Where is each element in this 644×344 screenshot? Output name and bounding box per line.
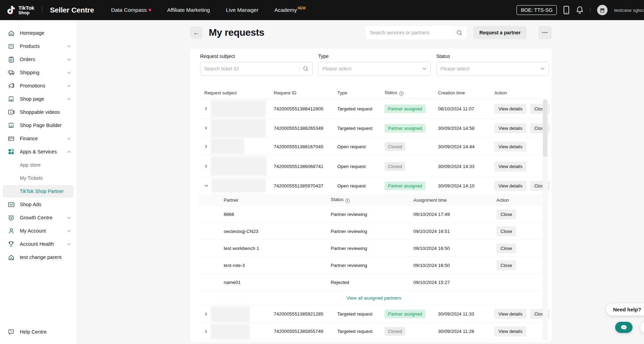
creation-time: 30/09/2024 14:58 <box>438 126 494 131</box>
assignment-time: 09/10/2024 16:50 <box>413 246 496 251</box>
request-type: Targeted request <box>337 329 385 334</box>
request-id: 7420005551386265349 <box>274 126 337 131</box>
creation-time: 30/09/2024 14:44 <box>438 144 494 149</box>
sidebar-item-my-account[interactable]: My Account <box>0 224 76 237</box>
nav-academy[interactable]: AcademyNEW <box>266 7 314 13</box>
expand-chevron-icon[interactable] <box>204 107 208 111</box>
table-row: 7420005551386412805 Targeted request Par… <box>199 99 549 119</box>
account-name[interactable]: testcase sgloca <box>614 8 644 13</box>
sidebar-item-account-health[interactable]: Account Health <box>0 237 76 251</box>
seller-centre-title[interactable]: Seller Centre <box>50 6 94 14</box>
expand-chevron-icon[interactable] <box>204 126 208 130</box>
view-details-button[interactable]: View details <box>494 326 527 336</box>
type-select[interactable]: Please select <box>318 62 431 76</box>
ticket-id-input[interactable] <box>204 66 299 72</box>
filter-request-subject: Request subject <box>200 53 313 76</box>
environment-badge[interactable]: BOE: TTS-SG <box>517 5 557 15</box>
close-button[interactable]: Close <box>496 226 516 236</box>
account-avatar[interactable] <box>597 5 608 15</box>
view-details-button[interactable]: View details <box>494 142 527 152</box>
redacted-subject <box>211 307 250 322</box>
table-scrollbar[interactable] <box>543 99 548 340</box>
view-all-assigned-partners-link[interactable]: View all assigned partners <box>347 295 401 301</box>
assigned-partners-subtable: Partner Status? Assignment time Action 6… <box>199 194 549 305</box>
status-help-icon[interactable]: ? <box>399 91 404 96</box>
status-badge: Closed <box>385 327 405 336</box>
storefront-icon <box>8 122 15 129</box>
expand-chevron-icon[interactable] <box>204 144 208 149</box>
notifications-bell-icon[interactable] <box>576 6 584 14</box>
status-help-icon[interactable]: ? <box>345 199 350 203</box>
requests-card: Request subject Type Please select S <box>190 49 552 342</box>
sidebar-subitem-app-store[interactable]: App store <box>0 158 76 171</box>
sidebar-subitem-tiktok-shop-partner[interactable]: TikTok Shop Partner <box>3 185 74 198</box>
services-search-input[interactable] <box>370 30 453 35</box>
sidebar-item-shipping[interactable]: Shipping <box>0 66 76 79</box>
view-details-button[interactable]: View details <box>494 104 527 114</box>
nav-live-manager[interactable]: Live Manager <box>218 7 266 13</box>
expand-chevron-icon[interactable] <box>204 164 208 168</box>
sidebar-item-promotions[interactable]: Promotions <box>0 79 76 92</box>
sidebar-item-homepage[interactable]: Homepage <box>0 26 76 40</box>
nav-affiliate-marketing[interactable]: Affiliate Marketing <box>159 7 218 13</box>
sidebar-item-shop-page[interactable]: Shop page <box>0 92 76 106</box>
tiktok-note-icon <box>6 4 16 16</box>
request-id: 7420005551386068741 <box>274 164 337 169</box>
mobile-app-icon[interactable] <box>563 6 569 15</box>
close-button[interactable]: Close <box>496 243 516 253</box>
nav-data-compass[interactable]: Data Compass <box>103 7 159 13</box>
sidebar-item-help-centre[interactable]: ? Help Centre <box>0 325 76 338</box>
back-button[interactable]: ← <box>190 26 203 39</box>
more-options-button[interactable]: ··· <box>538 26 552 39</box>
chevron-down-icon <box>67 217 71 219</box>
partner-row: test-role-3 Partner reviewing 09/10/2024… <box>199 257 549 274</box>
sidebar-item-shop-ads[interactable]: AD Shop Ads <box>0 198 76 211</box>
help-centre-row: ? Help Centre <box>0 325 76 338</box>
chevron-down-icon <box>67 45 71 48</box>
sidebar-item-shop-page-builder[interactable]: Shop Page Builder <box>0 119 76 132</box>
table-row: 7420005551385921285 Targeted request Par… <box>199 305 549 323</box>
sidebar-subitem-my-tickets[interactable]: My Tickets <box>0 171 76 185</box>
request-type: Targeted request <box>337 311 385 317</box>
orders-icon <box>8 56 15 63</box>
view-details-button[interactable]: View details <box>494 161 527 171</box>
partner-status: Partner reviewing <box>331 246 413 251</box>
view-details-button[interactable]: View details <box>494 309 527 319</box>
scrollbar-thumb[interactable] <box>543 100 547 157</box>
request-id: 7420005551386167045 <box>274 144 337 149</box>
user-icon <box>8 227 15 234</box>
sidebar-item-orders[interactable]: Orders <box>0 53 76 66</box>
sidebar-item-shoppable-videos[interactable]: Shoppable videos <box>0 106 76 119</box>
ticket-id-search-box[interactable] <box>200 62 313 76</box>
help-bubble-icon: ? <box>8 328 15 335</box>
sidebar-item-finance[interactable]: Finance <box>0 132 76 145</box>
search-icon <box>456 30 462 36</box>
partner-name: test-role-3 <box>224 263 331 268</box>
tiktok-shop-logo[interactable]: TikTok Shop <box>6 4 34 16</box>
expand-chevron-icon[interactable] <box>204 329 208 334</box>
view-all-row: View all assigned partners <box>199 291 549 305</box>
table-row: 7420005551386167045 Open request Closed … <box>199 138 549 156</box>
live-chat-button[interactable] <box>615 322 633 333</box>
close-button[interactable]: Close <box>496 260 516 270</box>
request-type: Targeted request <box>337 126 385 131</box>
sidebar-item-products[interactable]: Products <box>0 40 76 53</box>
collapse-chevron-icon[interactable] <box>204 184 208 187</box>
services-search-box[interactable] <box>366 26 467 39</box>
request-a-partner-button[interactable]: Request a partner <box>473 26 527 39</box>
view-details-button[interactable]: View details <box>494 123 527 133</box>
sidebar-item-growth-centre[interactable]: Growth Centre <box>0 211 76 224</box>
view-details-button[interactable]: View details <box>494 181 527 191</box>
credit-card-icon <box>8 135 15 142</box>
chevron-down-icon <box>67 58 71 61</box>
expand-chevron-icon[interactable] <box>204 312 208 316</box>
request-type: Open request <box>337 183 385 188</box>
status-select[interactable]: Please select <box>436 62 549 76</box>
redacted-subject <box>211 139 244 154</box>
close-button[interactable]: Close <box>496 209 516 219</box>
sidebar-item-test-change-parent[interactable]: test change parent <box>0 251 76 264</box>
page-title: My requests <box>209 27 264 38</box>
topbar-right: BOE: TTS-SG testcase sgloca <box>517 5 644 15</box>
redacted-subject <box>211 100 266 117</box>
sidebar-item-apps-services[interactable]: Apps & Services <box>0 145 76 158</box>
